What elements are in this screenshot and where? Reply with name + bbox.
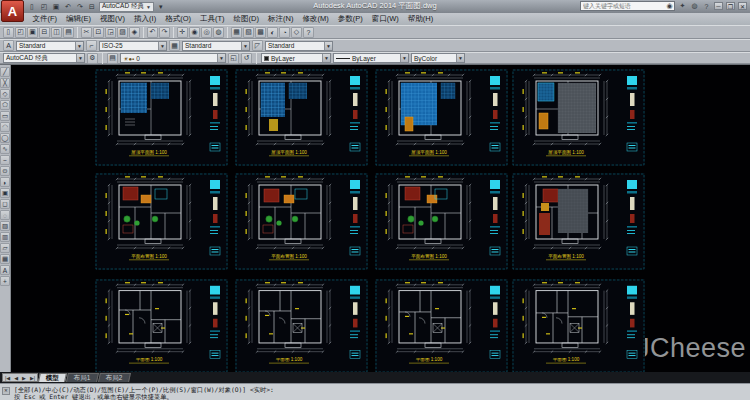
- tab-布局2[interactable]: 布局2: [98, 373, 131, 382]
- restore-button[interactable]: ❐: [726, 2, 735, 10]
- tab-nav-icon[interactable]: ◀: [12, 375, 20, 381]
- menu-item[interactable]: 格式(O): [161, 14, 196, 24]
- circle-icon[interactable]: ◯: [0, 133, 10, 143]
- construction-line-icon[interactable]: ╳: [0, 78, 10, 88]
- revcloud-icon[interactable]: ∿: [0, 144, 10, 154]
- text-style-icon[interactable]: A: [3, 40, 14, 51]
- mleader-style-icon[interactable]: ◸: [252, 40, 263, 51]
- plot-style-combo[interactable]: ByColor ▼: [411, 53, 465, 63]
- dim-style-icon[interactable]: ⌐: [86, 40, 97, 51]
- linetype-combo[interactable]: ByLayer ▼: [333, 53, 409, 63]
- qat-plot-icon[interactable]: ⊟: [87, 2, 97, 12]
- zoom-realtime-icon[interactable]: ◉: [189, 27, 200, 38]
- tab-布局1[interactable]: 布局1: [66, 373, 99, 382]
- plan-cell-r1c3[interactable]: 屋顶平面图 1:100: [375, 69, 508, 166]
- undo-icon[interactable]: ↶: [147, 27, 158, 38]
- menu-item[interactable]: 参数(P): [333, 14, 367, 24]
- pan-icon[interactable]: ✛: [177, 27, 188, 38]
- quickcalc-icon[interactable]: ◇: [291, 27, 302, 38]
- sheet-set-icon[interactable]: ◐: [267, 27, 278, 38]
- hatch-icon[interactable]: ▨: [0, 221, 10, 231]
- help-search-box[interactable]: ◉: [580, 1, 675, 11]
- layer-previous-icon[interactable]: ↺: [241, 53, 252, 64]
- plan-cell-r1c1[interactable]: 屋顶平面图 1:100: [95, 69, 228, 166]
- plan-cell-r2c4[interactable]: 平面布置图 1:100: [512, 173, 645, 270]
- plan-cell-r1c4[interactable]: 屋顶平面图 1:100: [512, 69, 645, 166]
- paste-icon[interactable]: ◲: [105, 27, 116, 38]
- plot-preview-icon[interactable]: ◫: [51, 27, 62, 38]
- chevron-down-icon[interactable]: ▼: [75, 42, 83, 50]
- cut-icon[interactable]: ✂: [81, 27, 92, 38]
- help-icon[interactable]: ?: [303, 27, 314, 38]
- menu-item[interactable]: 修改(M): [298, 14, 333, 24]
- table-style-icon[interactable]: ▦: [169, 40, 180, 51]
- menu-item[interactable]: 文件(F): [28, 14, 62, 24]
- table-icon[interactable]: ▦: [0, 254, 10, 264]
- workspace-settings-icon[interactable]: ⚙: [87, 53, 98, 64]
- close-button[interactable]: ✕: [738, 2, 747, 10]
- signin-icon[interactable]: ◍: [690, 2, 699, 10]
- plan-cell-r1c2[interactable]: 屋顶平面图 1:100: [235, 69, 368, 166]
- workspace-combo[interactable]: AutoCAD 经典 ▼: [3, 53, 85, 63]
- menu-item[interactable]: 标注(N): [264, 14, 298, 24]
- ellipse-icon[interactable]: ⊙: [0, 166, 10, 176]
- plan-cell-r3c4[interactable]: 平面图 1:100: [512, 279, 645, 372]
- properties-icon[interactable]: ▦: [231, 27, 242, 38]
- layer-properties-icon[interactable]: ▤: [107, 53, 118, 64]
- polygon-icon[interactable]: ⬠: [0, 100, 10, 110]
- region-icon[interactable]: ▱: [0, 243, 10, 253]
- application-menu-button[interactable]: A: [1, 0, 24, 22]
- plot-icon[interactable]: ⊟: [39, 27, 50, 38]
- gradient-icon[interactable]: ▥: [0, 232, 10, 242]
- chevron-down-icon[interactable]: ▼: [324, 42, 332, 50]
- chevron-down-icon[interactable]: ▼: [76, 54, 84, 62]
- chevron-down-icon[interactable]: ▼: [158, 42, 166, 50]
- minimize-button[interactable]: ─: [714, 2, 723, 10]
- tab-nav-icon[interactable]: ▶: [20, 375, 28, 381]
- plan-cell-r3c2[interactable]: 平面图 1:100: [235, 279, 368, 372]
- line-icon[interactable]: ╱: [0, 67, 10, 77]
- tab-nav-icon[interactable]: |◀: [3, 375, 12, 381]
- text-style-combo[interactable]: Standard ▼: [16, 41, 84, 51]
- search-icon[interactable]: ◉: [665, 2, 674, 10]
- qat-undo-icon[interactable]: ↶: [63, 2, 73, 12]
- zoom-window-icon[interactable]: ◎: [201, 27, 212, 38]
- rectangle-icon[interactable]: ▭: [0, 111, 10, 121]
- plan-cell-r3c3[interactable]: 平面图 1:100: [375, 279, 508, 372]
- arc-icon[interactable]: ◠: [0, 122, 10, 132]
- plan-cell-r2c3[interactable]: 平面布置图 1:100: [375, 173, 508, 270]
- qat-redo-icon[interactable]: ↷: [75, 2, 85, 12]
- color-combo[interactable]: ByLayer ▼: [261, 53, 331, 63]
- publish-icon[interactable]: ▤: [63, 27, 74, 38]
- open-icon[interactable]: ◰: [15, 27, 26, 38]
- point-icon[interactable]: ◌: [0, 210, 10, 220]
- menu-item[interactable]: 编辑(E): [62, 14, 96, 24]
- help-icon[interactable]: ?: [702, 3, 711, 10]
- redo-icon[interactable]: ↷: [159, 27, 170, 38]
- polyline-icon[interactable]: ◇: [0, 89, 10, 99]
- dim-style-combo[interactable]: ISO-25 ▼: [99, 41, 167, 51]
- block-editor-icon[interactable]: ◈: [129, 27, 140, 38]
- menu-item[interactable]: 帮助(H): [403, 14, 437, 24]
- workspace-switcher[interactable]: AutoCAD 经典 ▼: [99, 2, 154, 12]
- ellipse-arc-icon[interactable]: ◗: [0, 177, 10, 187]
- search-input[interactable]: [581, 3, 665, 9]
- new-icon[interactable]: ▯: [3, 27, 14, 38]
- match-properties-icon[interactable]: ▨: [117, 27, 128, 38]
- chevron-down-icon[interactable]: ▼: [400, 54, 408, 62]
- spline-icon[interactable]: ~: [0, 155, 10, 165]
- copy-icon[interactable]: ⊡: [93, 27, 104, 38]
- design-center-icon[interactable]: ▧: [243, 27, 254, 38]
- qat-open-icon[interactable]: ◰: [39, 2, 49, 12]
- layer-combo[interactable]: ☀●▪ 0 ▼: [120, 53, 226, 63]
- table-style-combo[interactable]: Standard ▼: [182, 41, 250, 51]
- menu-item[interactable]: 窗口(W): [367, 14, 403, 24]
- plan-cell-r2c1[interactable]: 平面布置图 1:100: [95, 173, 228, 270]
- chevron-down-icon[interactable]: ▼: [322, 54, 330, 62]
- tool-palettes-icon[interactable]: ▩: [255, 27, 266, 38]
- menu-item[interactable]: 视图(V): [96, 14, 130, 24]
- tab-模型[interactable]: 模型: [38, 373, 67, 382]
- command-line-window[interactable]: ✕ [全部(A)/中心(C)/动态(D)/范围(E)/上一个(P)/比例(S)/…: [0, 383, 750, 400]
- qat-new-icon[interactable]: ▯: [27, 2, 37, 12]
- chevron-down-icon[interactable]: ▼: [241, 42, 249, 50]
